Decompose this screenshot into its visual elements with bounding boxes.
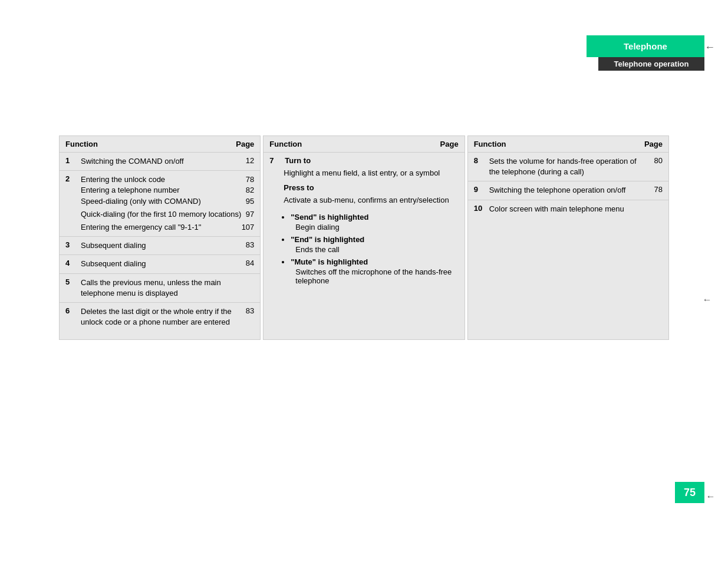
bullet-action: Begin dialing	[291, 223, 458, 232]
row-text: Calls the previous menu, unless the main…	[81, 277, 236, 299]
row-text: Color screen with main telephone menu	[489, 204, 645, 214]
col2-header-page: Page	[440, 140, 459, 148]
row-num: 7	[269, 156, 281, 165]
row-text: Subsequent dialing	[81, 259, 236, 269]
table-row: 1 Switching the COMAND on/off 12	[60, 153, 260, 171]
table-row: 3 Subsequent dialing 83	[60, 237, 260, 255]
row-num: 2	[65, 174, 77, 233]
table-col-2: Function Page 7 Turn to Highlight a menu…	[263, 135, 465, 340]
list-item: "Send" is highlighted Begin dialing	[291, 213, 458, 232]
table-row: 6 Deletes the last digit or the whole en…	[60, 303, 260, 339]
bullet-list: "Send" is highlighted Begin dialing "End…	[269, 213, 458, 287]
table-row: 5 Calls the previous menu, unless the ma…	[60, 274, 260, 303]
table-col-1: Function Page 1 Switching the COMAND on/…	[59, 135, 261, 340]
bullet-highlight: "Mute" is highlighted	[291, 257, 368, 266]
table-row: 9 Switching the telephone operation on/o…	[468, 181, 668, 200]
table-row: 7 Turn to Highlight a menu field, a list…	[263, 153, 464, 299]
turn-to-desc: Highlight a menu field, a list entry, or…	[284, 168, 440, 177]
row-num: 5	[65, 277, 77, 286]
row-num: 9	[474, 185, 486, 194]
arrow-bottom-icon: ←	[706, 491, 715, 502]
row-text: Subsequent dialing	[81, 240, 236, 251]
row-text: Sets the volume for hands-free operation…	[489, 156, 645, 177]
row-text: Entering the unlock code78 Entering a te…	[81, 174, 254, 233]
row-text: Deletes the last digit or the whole entr…	[81, 306, 236, 328]
table-header-3: Function Page	[468, 136, 668, 153]
row-num: 6	[65, 306, 77, 315]
turn-to-label: Turn to	[285, 156, 311, 165]
col1-header-function: Function	[65, 140, 98, 148]
row-text: Switching the telephone operation on/off	[489, 185, 645, 196]
row-num: 1	[65, 156, 77, 165]
row-page: 78	[645, 185, 663, 194]
bullet-action: Ends the call	[291, 245, 458, 254]
table-row: 4 Subsequent dialing 84	[60, 255, 260, 273]
row-page: 83	[236, 240, 254, 249]
row-page: 12	[236, 156, 254, 165]
col3-header-page: Page	[644, 140, 663, 148]
bullet-highlight: "Send" is highlighted	[291, 213, 368, 222]
row-num: 4	[65, 259, 77, 267]
header-section: Telephone ← Telephone operation	[445, 35, 728, 71]
subtitle-telephone-operation: Telephone operation	[598, 57, 704, 71]
row-num: 3	[65, 240, 77, 249]
subtitle-bar: Telephone operation	[445, 57, 704, 71]
table-row: 10 Color screen with main telephone menu	[468, 200, 668, 226]
table-header-1: Function Page	[60, 136, 260, 153]
content-area: Function Page 1 Switching the COMAND on/…	[59, 135, 669, 340]
press-to-desc: Activate a sub-menu, confirms an entry/s…	[284, 196, 449, 204]
table-row: 2 Entering the unlock code78 Entering a …	[60, 171, 260, 237]
col3-header-function: Function	[474, 140, 506, 148]
table-header-2: Function Page	[263, 136, 464, 153]
arrow-middle-icon: ←	[702, 295, 711, 305]
bullet-highlight: "End" is highlighted	[291, 235, 364, 244]
table-row: 8 Sets the volume for hands-free operati…	[468, 153, 668, 181]
row-page: 84	[236, 259, 254, 267]
row-page: 83	[236, 306, 254, 315]
col2-header-function: Function	[269, 140, 302, 148]
table-col-3: Function Page 8 Sets the volume for hand…	[467, 135, 669, 340]
page-number-box: 75	[675, 482, 704, 503]
row-text: Switching the COMAND on/off	[81, 156, 236, 167]
press-to-label: Press to	[284, 183, 314, 192]
row-num: 10	[474, 204, 486, 213]
col1-header-page: Page	[236, 140, 254, 148]
bullet-action: Switches off the microphone of the hands…	[291, 267, 458, 285]
tab-telephone: Telephone	[587, 35, 704, 57]
list-item: "Mute" is highlighted Switches off the m…	[291, 257, 458, 285]
list-item: "End" is highlighted Ends the call	[291, 235, 458, 254]
row-page: 80	[645, 156, 663, 165]
arrow-top-icon: ←	[704, 41, 715, 54]
row-num: 8	[474, 156, 486, 165]
